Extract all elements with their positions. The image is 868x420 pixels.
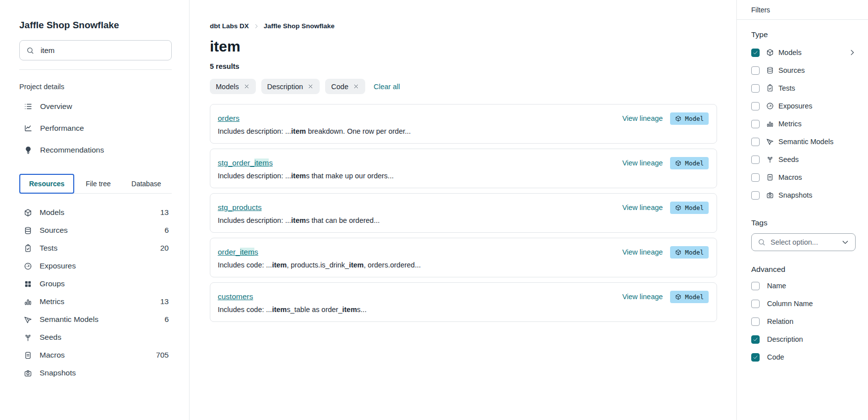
chevron-down-icon xyxy=(841,238,849,246)
checkbox[interactable] xyxy=(751,66,760,75)
model-badge[interactable]: Model xyxy=(670,291,709,303)
result-link[interactable]: orders xyxy=(218,114,240,123)
chip-description[interactable]: Description xyxy=(261,79,320,94)
breadcrumb-item[interactable]: Jaffle Shop Snowflake xyxy=(264,22,335,30)
checkbox[interactable] xyxy=(751,353,760,362)
checkbox[interactable] xyxy=(751,191,760,200)
results-count: 5 results xyxy=(210,62,736,70)
resource-item-exposures[interactable]: Exposures xyxy=(19,257,172,275)
checkbox[interactable] xyxy=(751,49,760,57)
view-lineage-link[interactable]: View lineage xyxy=(622,159,663,167)
result-link[interactable]: stg_order_items xyxy=(218,158,273,167)
checkbox[interactable] xyxy=(751,84,760,93)
breadcrumb: dbt Labs DXJaffle Shop Snowflake xyxy=(210,22,736,30)
breadcrumb-item[interactable]: dbt Labs DX xyxy=(210,22,249,30)
advanced-filter-description[interactable]: Description xyxy=(751,330,857,348)
chevron-right-icon[interactable] xyxy=(848,49,856,56)
close-icon[interactable] xyxy=(353,83,359,90)
tab-database[interactable]: Database xyxy=(122,174,170,193)
search-icon xyxy=(758,238,766,246)
type-filter-macros[interactable]: Macros xyxy=(751,168,857,186)
checkbox[interactable] xyxy=(751,335,760,344)
model-badge-label: Model xyxy=(685,159,704,167)
chevron-right-icon xyxy=(253,23,259,29)
project-title: Jaffle Shop Snowflake xyxy=(19,19,172,32)
chip-models[interactable]: Models xyxy=(210,79,256,94)
view-lineage-link[interactable]: View lineage xyxy=(622,114,663,122)
result-link[interactable]: customers xyxy=(218,292,253,301)
checkbox[interactable] xyxy=(751,120,760,128)
model-badge[interactable]: Model xyxy=(670,157,709,169)
clear-all-link[interactable]: Clear all xyxy=(374,83,400,91)
close-icon[interactable] xyxy=(307,83,314,90)
filter-option-label: Metrics xyxy=(778,120,802,128)
type-filter-metrics[interactable]: Metrics xyxy=(751,115,857,133)
view-lineage-link[interactable]: View lineage xyxy=(622,248,663,256)
resource-item-groups[interactable]: Groups xyxy=(19,275,172,293)
chip-label: Code xyxy=(331,83,348,91)
resource-label: Sources xyxy=(40,226,68,235)
advanced-filter-name[interactable]: Name xyxy=(751,277,857,295)
tags-select[interactable]: Select option... xyxy=(751,233,856,251)
checkbox[interactable] xyxy=(751,300,760,308)
sidebar-item-performance[interactable]: Performance xyxy=(19,117,172,139)
view-lineage-link[interactable]: View lineage xyxy=(622,293,663,301)
type-filter-snapshots[interactable]: Snapshots xyxy=(751,186,857,204)
advanced-filter-relation[interactable]: Relation xyxy=(751,313,857,330)
type-filter-seeds[interactable]: Seeds xyxy=(751,151,857,168)
advanced-filter-code[interactable]: Code xyxy=(751,348,857,366)
type-filter-models[interactable]: Models xyxy=(751,44,857,61)
chip-code[interactable]: Code xyxy=(325,79,365,94)
result-snippet: Includes description: ...items that make… xyxy=(218,171,709,181)
resource-item-sources[interactable]: Sources6 xyxy=(19,221,172,239)
sidebar-divider xyxy=(19,69,172,70)
checkbox[interactable] xyxy=(751,282,760,290)
checkbox[interactable] xyxy=(751,138,760,146)
close-icon[interactable] xyxy=(243,83,250,90)
clipboard-icon xyxy=(24,244,32,253)
resource-item-macros[interactable]: Macros705 xyxy=(19,346,172,364)
filter-option-label: Exposures xyxy=(778,102,813,110)
view-lineage-link[interactable]: View lineage xyxy=(622,204,663,211)
type-filter-semantic-models[interactable]: Semantic Models xyxy=(751,133,857,151)
tab-resources[interactable]: Resources xyxy=(19,174,74,194)
bulb-icon xyxy=(24,146,33,155)
checkbox[interactable] xyxy=(751,317,760,326)
type-filter-exposures[interactable]: Exposures xyxy=(751,97,857,115)
tab-file-tree[interactable]: File tree xyxy=(74,174,122,193)
sidebar-item-label: Overview xyxy=(40,102,72,111)
page-title: item xyxy=(210,37,736,56)
resource-item-semantic-models[interactable]: Semantic Models6 xyxy=(19,311,172,328)
resource-label: Exposures xyxy=(40,262,76,270)
model-badge[interactable]: Model xyxy=(670,202,709,214)
resource-item-seeds[interactable]: Seeds xyxy=(19,328,172,346)
search-input[interactable] xyxy=(40,46,165,55)
result-actions: View lineageModel xyxy=(622,202,709,214)
sidebar-item-recommendations[interactable]: Recommendations xyxy=(19,139,172,161)
type-filter-tests[interactable]: Tests xyxy=(751,79,857,97)
resource-count: 13 xyxy=(160,208,172,217)
resource-item-models[interactable]: Models13 xyxy=(19,204,172,221)
sidebar-item-overview[interactable]: Overview xyxy=(19,96,172,117)
model-badge[interactable]: Model xyxy=(670,112,709,125)
resource-count: 20 xyxy=(160,244,172,253)
resource-item-metrics[interactable]: Metrics13 xyxy=(19,293,172,311)
checkbox[interactable] xyxy=(751,156,760,164)
filter-option-label: Sources xyxy=(778,66,805,74)
result-card: order_itemsView lineageModelIncludes cod… xyxy=(210,238,717,277)
sidebar-item-label: Recommendations xyxy=(40,146,104,155)
model-badge[interactable]: Model xyxy=(670,246,709,259)
filter-option-label: Description xyxy=(767,335,803,343)
tags-section-label: Tags xyxy=(751,218,857,227)
checkbox[interactable] xyxy=(751,173,760,182)
result-link[interactable]: stg_products xyxy=(218,203,262,212)
checkbox[interactable] xyxy=(751,102,760,110)
type-filter-sources[interactable]: Sources xyxy=(751,61,857,79)
resource-item-tests[interactable]: Tests20 xyxy=(19,239,172,257)
resource-item-snapshots[interactable]: Snapshots xyxy=(19,364,172,382)
advanced-filter-column-name[interactable]: Column Name xyxy=(751,295,857,313)
result-link[interactable]: order_items xyxy=(218,248,258,257)
result-card-header: stg_order_itemsView lineageModel xyxy=(218,158,709,168)
main-content: dbt Labs DXJaffle Shop Snowflake item 5 … xyxy=(190,0,736,420)
cube-icon xyxy=(675,160,681,166)
